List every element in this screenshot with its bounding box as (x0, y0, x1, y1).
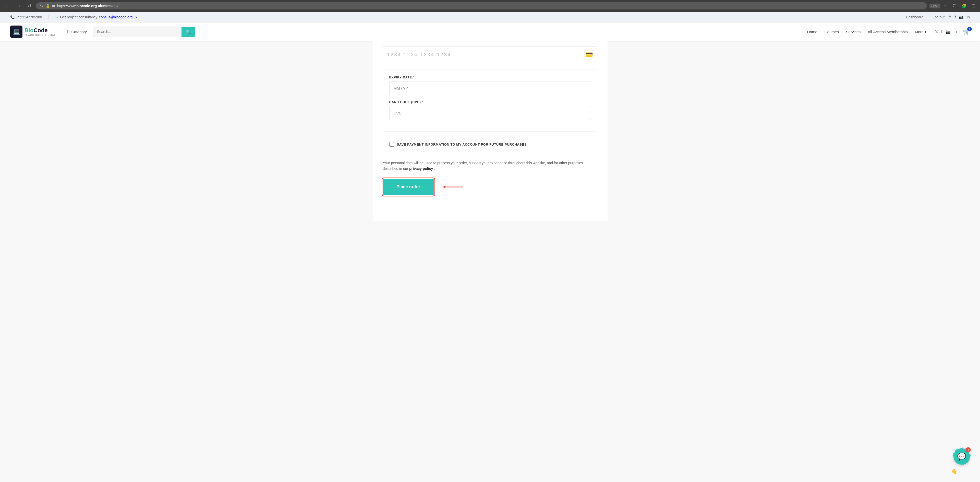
menu-button[interactable]: ☰ (970, 3, 977, 10)
more-label: More (915, 30, 924, 34)
utility-social-icons: 𝕏 f 📷 in (948, 15, 970, 19)
twitter-nav-icon[interactable]: 𝕏 (935, 29, 938, 34)
twitter-icon-utility[interactable]: 𝕏 (948, 15, 952, 19)
logo-link[interactable]: 💻 BioCode LEARN BIOINFORMATICS (10, 26, 61, 38)
phone-contact: 📞 +923147785980 (10, 15, 42, 19)
linkedin-nav-icon[interactable]: in (954, 29, 957, 34)
nav-home[interactable]: Home (807, 30, 818, 34)
facebook-nav-icon[interactable]: f (941, 29, 942, 34)
facebook-icon-utility[interactable]: f (955, 15, 956, 19)
nav-social-icons: 𝕏 f 📷 in (935, 29, 957, 34)
search-input[interactable] (93, 27, 181, 36)
back-button[interactable]: ← (3, 2, 12, 10)
arrow-svg (439, 184, 465, 190)
svg-marker-1 (443, 185, 445, 188)
nav-links: Home Courses Services All-Access Members… (807, 29, 927, 34)
place-order-button[interactable]: Place order (383, 179, 434, 195)
instagram-icon-utility[interactable]: 📷 (959, 15, 964, 19)
privacy-text: Your personal data will be used to proce… (383, 160, 597, 172)
privacy-policy-link[interactable]: privacy policy (409, 166, 433, 171)
forward-button[interactable]: → (14, 2, 23, 10)
expiry-field: EXPIRY DATE * (389, 76, 591, 95)
place-order-section: Place order (383, 179, 597, 195)
grid-icon: ⠿ (67, 29, 70, 34)
main-content: 1234 1234 1234 1234 💳 EXPIRY DATE * CARD… (373, 41, 608, 221)
logo-icon: 💻 (10, 26, 22, 38)
card-number-placeholder: 1234 1234 1234 1234 (387, 52, 451, 57)
expiry-input[interactable] (389, 81, 591, 95)
logout-link[interactable]: Log out (932, 15, 945, 19)
extensions-button[interactable]: 🧩 (960, 3, 968, 10)
expiry-section: EXPIRY DATE * CARD CODE (CVC) * (383, 69, 597, 132)
main-nav: 💻 BioCode LEARN BIOINFORMATICS ⠿ Categor… (0, 22, 980, 41)
utility-bar: 📞 +923147785980 | ✉ Get project consulta… (0, 12, 980, 22)
email-label: Get project consultancy (60, 15, 97, 19)
cvc-input[interactable] (389, 106, 591, 120)
shield-action-button[interactable]: 🛡 (951, 3, 958, 9)
search-bar[interactable]: 🔍 (93, 27, 195, 37)
logo-tagline: LEARN BIOINFORMATICS (24, 34, 61, 37)
chevron-down-icon: ▾ (924, 29, 927, 34)
email-contact: ✉ Get project consultancy consult@biocod… (56, 15, 137, 19)
utility-divider: | (48, 14, 49, 20)
nav-courses[interactable]: Courses (824, 30, 839, 34)
save-payment-label[interactable]: SAVE PAYMENT INFORMATION TO MY ACCOUNT F… (397, 142, 528, 146)
arrow-annotation (439, 184, 465, 190)
lock-icon: 🔒 (46, 4, 50, 8)
utility-right: Dashboard | Log out 𝕏 f 📷 in (906, 15, 970, 19)
card-number-field[interactable]: 1234 1234 1234 1234 💳 (383, 46, 597, 63)
logo-bio-text: BioCode (24, 27, 48, 34)
cvc-field: CARD CODE (CVC) * (389, 101, 591, 120)
nav-all-access[interactable]: All-Access Membership (868, 30, 908, 34)
url-text: https://www.biocode.org.uk/checkout/ (57, 4, 118, 8)
category-label: Category (72, 30, 87, 34)
network-icon: ⇄ (52, 4, 55, 8)
instagram-nav-icon[interactable]: 📷 (945, 29, 951, 34)
privacy-end: . (434, 166, 435, 171)
zoom-level: 80% (929, 3, 940, 8)
cart-badge: 1 (967, 27, 972, 32)
email-link[interactable]: consult@biocode.org.uk (99, 15, 137, 19)
phone-number: +923147785980 (16, 15, 42, 19)
category-button[interactable]: ⠿ Category (67, 29, 87, 34)
expiry-required: * (413, 76, 415, 79)
logo-text: BioCode LEARN BIOINFORMATICS (24, 27, 61, 37)
cvc-required: * (422, 101, 423, 104)
save-payment-section: SAVE PAYMENT INFORMATION TO MY ACCOUNT F… (383, 137, 597, 152)
reload-button[interactable]: ↺ (25, 2, 33, 10)
expiry-label-text: EXPIRY DATE (389, 76, 412, 79)
right-divider: | (928, 15, 928, 19)
mail-icon: ✉ (56, 15, 59, 19)
logo-biocode: BioCode (24, 27, 61, 34)
bookmark-button[interactable]: ☆ (942, 3, 949, 10)
address-bar[interactable]: 🛡 🔒 ⇄ https://www.biocode.org.uk/checkou… (36, 2, 927, 10)
cart-icon[interactable]: 🛒 1 (963, 28, 970, 35)
cvc-label: CARD CODE (CVC) * (389, 101, 591, 104)
nav-services[interactable]: Services (846, 30, 861, 34)
nav-more-dropdown[interactable]: More ▾ (915, 29, 927, 34)
shield-icon: 🛡 (40, 4, 44, 8)
search-button[interactable]: 🔍 (181, 27, 195, 37)
utility-left: 📞 +923147785980 | ✉ Get project consulta… (10, 14, 137, 20)
credit-card-icon: 💳 (585, 51, 593, 58)
save-payment-checkbox[interactable] (389, 142, 394, 147)
dashboard-link[interactable]: Dashboard (906, 15, 924, 19)
expiry-label: EXPIRY DATE * (389, 76, 591, 79)
browser-chrome: ← → ↺ 🛡 🔒 ⇄ https://www.biocode.org.uk/c… (0, 0, 980, 12)
browser-actions: 80% ☆ 🛡 🧩 ☰ (929, 3, 977, 10)
cvc-label-text: CARD CODE (CVC) (389, 101, 421, 104)
linkedin-icon-utility[interactable]: in (967, 15, 970, 19)
phone-icon: 📞 (10, 15, 14, 19)
